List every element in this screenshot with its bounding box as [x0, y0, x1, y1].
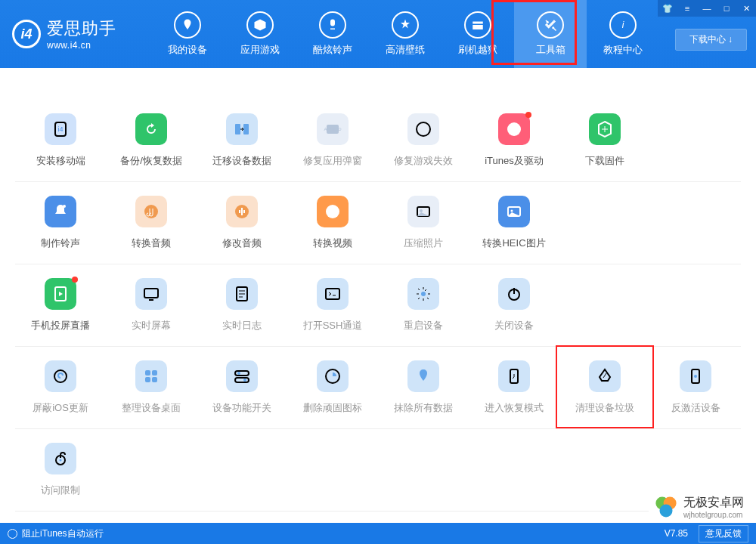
tool-item[interactable]: 备份/恢复数据: [106, 113, 197, 168]
tool-item[interactable]: 转换HEIC图片: [469, 196, 559, 250]
tool-item[interactable]: 打开SSH通道: [287, 278, 378, 332]
tool-label: 抹除所有数据: [394, 401, 453, 415]
tool-item[interactable]: i4安装移动端: [15, 113, 106, 168]
close-button[interactable]: ✕: [736, 0, 756, 17]
logo: i4 爱思助手 www.i4.cn: [0, 17, 151, 51]
nav-bar: 我的设备应用游戏酷炫铃声高清壁纸刷机越狱工具箱i教程中心: [151, 0, 659, 68]
nav-item-3[interactable]: 高清壁纸: [369, 0, 442, 68]
nav-item-6[interactable]: i教程中心: [587, 0, 659, 68]
nav-item-5[interactable]: 工具箱: [514, 0, 587, 68]
tool-grid: i4安装移动端备份/恢复数据迁移设备数据Apple ID修复应用弹窗修复游戏失效…: [0, 68, 756, 512]
version-label: V7.85: [665, 528, 688, 539]
tool-item[interactable]: 屏蔽iOS更新: [15, 360, 106, 415]
tool-item[interactable]: 设备功能开关: [197, 360, 287, 415]
status-indicator-icon: [8, 529, 17, 539]
audio-icon: [135, 196, 167, 227]
feedback-button[interactable]: 意见反馈: [699, 525, 748, 542]
itunes-block-label[interactable]: 阻止iTunes自动运行: [22, 527, 104, 540]
nav-icon: [537, 11, 564, 39]
delicon-icon: [317, 360, 349, 392]
tool-item[interactable]: 重启设备: [378, 278, 469, 332]
download-center-button[interactable]: 下载中心 ↓: [675, 29, 747, 51]
svg-rect-26: [145, 370, 150, 376]
tool-item[interactable]: 进入恢复模式: [469, 360, 559, 415]
maximize-button[interactable]: □: [717, 0, 736, 17]
tool-item[interactable]: 反激活设备: [650, 360, 741, 415]
svg-point-31: [237, 372, 240, 375]
svg-rect-20: [144, 289, 158, 298]
tool-label: 下载固件: [585, 154, 624, 168]
tool-item[interactable]: 删除顽固图标: [287, 360, 378, 415]
tool-item[interactable]: 实时日志: [197, 278, 287, 332]
tool-row: 访问限制: [15, 429, 741, 512]
app-header: i4 爱思助手 www.i4.cn 我的设备应用游戏酷炫铃声高清壁纸刷机越狱工具…: [0, 0, 756, 68]
svg-point-11: [63, 205, 66, 208]
tool-item[interactable]: 关闭设备: [469, 278, 559, 332]
watermark-brand: 无极安卓网: [683, 495, 744, 511]
svg-rect-29: [152, 377, 157, 382]
tool-label: 安装移动端: [36, 154, 85, 168]
tool-item[interactable]: 整理设备桌面: [106, 360, 197, 415]
menu-icon[interactable]: ≡: [677, 0, 697, 17]
shutdown-icon: [498, 278, 530, 310]
toggle-icon: [226, 360, 258, 392]
tool-item[interactable]: 修改音频: [197, 196, 287, 250]
tool-item[interactable]: 修复游戏失效: [378, 113, 469, 168]
audio2-icon: [226, 196, 258, 227]
tool-label: 修复游戏失效: [394, 154, 453, 168]
nav-icon: [392, 11, 419, 39]
tshirt-icon[interactable]: 👕: [658, 0, 677, 17]
svg-rect-30: [235, 371, 249, 376]
ssh-icon: [317, 278, 349, 310]
backup-icon: [135, 113, 167, 145]
tool-item[interactable]: 压缩照片: [378, 196, 469, 250]
block-icon: [45, 360, 76, 392]
nav-icon: [246, 11, 274, 39]
tool-row: 手机投屏直播实时屏幕实时日志打开SSH通道重启设备关闭设备: [15, 264, 741, 347]
tool-label: 转换音频: [132, 236, 171, 250]
heic-icon: [498, 196, 530, 227]
nav-icon: [319, 11, 346, 39]
nav-item-0[interactable]: 我的设备: [151, 0, 224, 68]
tool-label: 实时屏幕: [132, 319, 171, 332]
tool-item[interactable]: 实时屏幕: [106, 278, 197, 332]
tool-label: 进入恢复模式: [485, 401, 544, 415]
desk-icon: [135, 360, 167, 392]
tool-label: 设备功能开关: [212, 401, 271, 415]
nav-icon: [464, 11, 491, 39]
install-icon: i4: [45, 113, 76, 145]
tool-item[interactable]: 抹除所有数据: [378, 360, 469, 415]
tool-label: 重启设备: [404, 319, 443, 332]
svg-point-18: [511, 210, 513, 212]
minimize-button[interactable]: —: [697, 0, 717, 17]
nav-label: 应用游戏: [240, 43, 280, 57]
svg-rect-27: [152, 370, 157, 376]
tool-item[interactable]: iTunes及驱动: [469, 113, 559, 168]
watermark: 无极安卓网 wjhotelgroup.com: [649, 491, 748, 523]
tool-label: 压缩照片: [404, 236, 443, 250]
tool-label: iTunes及驱动: [485, 154, 544, 168]
tool-item[interactable]: 转换视频: [287, 196, 378, 250]
nav-item-4[interactable]: 刷机越狱: [442, 0, 514, 68]
app-subtitle: www.i4.cn: [47, 40, 116, 51]
cast-icon: [45, 278, 76, 310]
nav-label: 我的设备: [168, 43, 207, 57]
nav-item-1[interactable]: 应用游戏: [224, 0, 296, 68]
tool-item[interactable]: 访问限制: [15, 443, 106, 497]
svg-rect-22: [326, 289, 339, 299]
tool-item[interactable]: 清理设备垃圾: [559, 360, 650, 415]
tool-item[interactable]: 下载固件: [559, 113, 650, 168]
tool-item[interactable]: 制作铃声: [15, 196, 106, 250]
nav-label: 教程中心: [603, 43, 643, 57]
svg-point-1: [552, 26, 554, 29]
tool-label: 关闭设备: [494, 319, 534, 332]
tool-label: 修复应用弹窗: [303, 154, 362, 168]
tool-label: 访问限制: [41, 484, 80, 497]
tool-item[interactable]: 手机投屏直播: [15, 278, 106, 332]
tool-item[interactable]: Apple ID修复应用弹窗: [287, 113, 378, 168]
tool-label: 迁移设备数据: [212, 154, 271, 168]
svg-point-42: [660, 505, 673, 518]
nav-item-2[interactable]: 酷炫铃声: [296, 0, 369, 68]
tool-item[interactable]: 转换音频: [106, 196, 197, 250]
tool-item[interactable]: 迁移设备数据: [197, 113, 287, 168]
